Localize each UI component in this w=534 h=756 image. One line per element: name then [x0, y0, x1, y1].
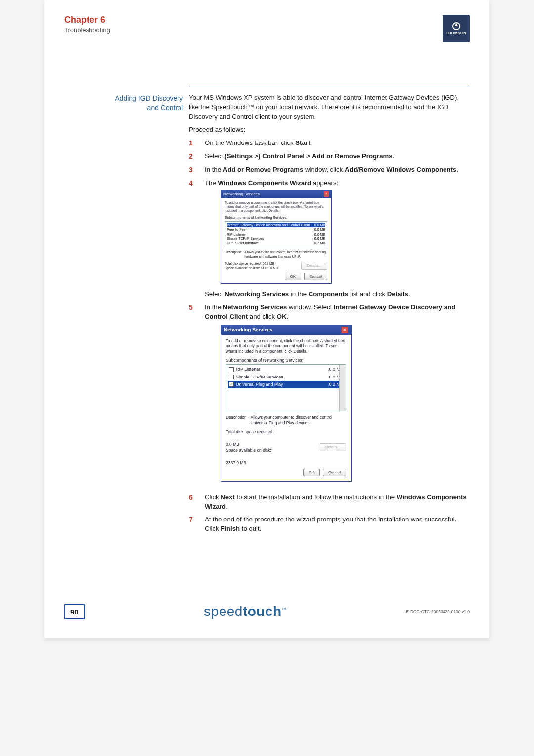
step-number: 1 [189, 138, 196, 148]
dialog-body: To add or remove a component, click the … [221, 198, 331, 283]
steps-list: 1 On the Windows task bar, click Start. … [189, 138, 470, 534]
proceed-text: Proceed as follows: [189, 125, 470, 134]
cancel-button[interactable]: Cancel [323, 469, 346, 476]
close-icon[interactable]: × [341, 327, 348, 333]
disk-stats: Total disk space required: 56.2 MB Space… [225, 261, 278, 271]
step-text: On the Windows task bar, click Start. [205, 138, 470, 147]
checkbox-icon[interactable] [229, 382, 234, 387]
description-label: Description: [226, 415, 248, 425]
step-text: At the end of the procedure the wizard p… [205, 515, 470, 533]
step-5: 5 In the Networking Services window, Sel… [189, 302, 470, 488]
dialog-instructions: To add or remove a component, click the … [226, 339, 346, 354]
step-number: 2 [189, 151, 196, 161]
section-divider [189, 87, 470, 87]
step-7: 7 At the end of the procedure the wizard… [189, 515, 470, 533]
thomson-logo-icon [452, 22, 461, 31]
list-item[interactable]: UPnP User Interface0.2 MB [227, 241, 325, 245]
dialog-instructions: To add or remove a component, click the … [225, 201, 327, 212]
dialog-titlebar: Networking Services × [221, 190, 331, 198]
components-list[interactable]: Internet Gateway Device Discovery and Co… [225, 221, 327, 247]
disk-stats: Total disk space required: 0.0 MB Space … [226, 429, 346, 466]
scrollbar[interactable] [339, 365, 346, 411]
section-heading: Adding IGD Discovery and Control [99, 93, 183, 113]
list-item[interactable]: Simple TCP/IP Services 0.0 MB [228, 374, 344, 381]
dialog-titlebar: Networking Services × [221, 325, 351, 335]
step-text: In the Networking Services window, Selec… [205, 302, 470, 488]
thomson-logo: THOMSON [443, 15, 470, 42]
content: Adding IGD Discovery and Control Your MS… [64, 87, 470, 537]
list-item[interactable]: RIP Listener 0.0 MB [228, 366, 344, 373]
list-item[interactable]: Peer-to-Peer0.0 MB [227, 227, 325, 232]
step-2: 2 Select (Settings >) Control Panel > Ad… [189, 151, 470, 161]
section-heading-l2: and Control [147, 104, 183, 112]
list-item[interactable]: Internet Gateway Device Discovery and Co… [227, 223, 325, 227]
step-number: 3 [189, 165, 196, 175]
details-button[interactable]: Details... [301, 262, 327, 270]
step-number: 4 [189, 178, 196, 188]
chapter-block: Chapter 6 Troubleshooting [64, 15, 110, 34]
ok-button[interactable]: OK [303, 469, 320, 476]
dialog-body: To add or remove a component, click the … [221, 335, 351, 481]
subcomponents-list[interactable]: RIP Listener 0.0 MB Simple TCP/IP Servic… [226, 364, 346, 411]
subcomponents-label: Subcomponents of Networking Services: [226, 357, 346, 364]
step-text: The Windows Components Wizard appears: N… [205, 178, 470, 299]
windows-components-dialog: Networking Services × To add or remove a… [221, 190, 332, 284]
list-item-selected[interactable]: Universal Plug and Play 0.2 MB [228, 381, 344, 388]
speedtouch-logo: speedtouch™ [204, 604, 287, 619]
intro-text: Your MS Windows XP system is able to dis… [189, 93, 470, 121]
step-number: 5 [189, 302, 196, 312]
list-item[interactable]: RIP Listener0.0 MB [227, 232, 325, 236]
step-6: 6 Click Next to start the installation a… [189, 492, 470, 511]
step-number: 6 [189, 492, 196, 502]
step-text: In the Add or Remove Programs window, cl… [205, 165, 470, 174]
section-heading-l1: Adding IGD Discovery [115, 94, 183, 102]
dialog-title: Networking Services [223, 191, 260, 197]
subcomponents-label: Subcomponents of Networking Services: [225, 215, 327, 220]
section-body: Your MS Windows XP system is able to dis… [189, 93, 470, 537]
close-icon[interactable]: × [324, 191, 329, 197]
footer: 90 speedtouch™ E-DOC-CTC-20050429-0100 v… [64, 604, 470, 619]
step-text: Select (Settings >) Control Panel > Add … [205, 151, 470, 161]
dialog-title: Networking Services [224, 327, 272, 334]
checkbox-icon[interactable] [229, 375, 234, 379]
step-text: Click Next to start the installation and… [205, 492, 470, 511]
networking-services-dialog: Networking Services × To add or remove a… [221, 325, 352, 482]
list-item[interactable]: Simple TCP/IP Services0.0 MB [227, 236, 325, 241]
cancel-button[interactable]: Cancel [304, 273, 327, 281]
page-number: 90 [64, 604, 85, 619]
chapter-title: Chapter 6 [64, 15, 110, 25]
section: Adding IGD Discovery and Control Your MS… [99, 93, 470, 537]
description-text: Allows your computer to discover and con… [251, 415, 346, 425]
step-4: 4 The Windows Components Wizard appears:… [189, 178, 470, 299]
step-3: 3 In the Add or Remove Programs window, … [189, 165, 470, 175]
thomson-logo-text: THOMSON [446, 31, 466, 35]
document-page: Chapter 6 Troubleshooting THOMSON Adding… [44, 0, 490, 638]
details-button: Details... [320, 443, 346, 451]
chapter-subtitle: Troubleshooting [64, 26, 110, 34]
header: Chapter 6 Troubleshooting THOMSON [64, 15, 470, 42]
checkbox-icon[interactable] [229, 367, 234, 372]
ok-button[interactable]: OK [285, 273, 302, 281]
description-row: Description: Allows you to find and cont… [225, 250, 327, 259]
step-number: 7 [189, 515, 196, 524]
doc-reference: E-DOC-CTC-20050429-0100 v1.0 [406, 609, 470, 614]
step-1: 1 On the Windows task bar, click Start. [189, 138, 470, 148]
description-row: Description: Allows your computer to dis… [226, 415, 346, 425]
